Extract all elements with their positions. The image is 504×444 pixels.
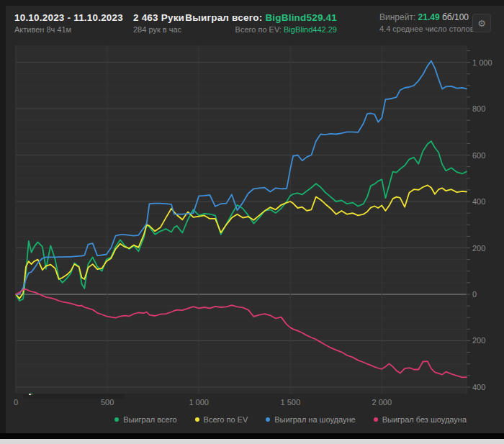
hand2note-graph-window: 10.10.2023 - 11.10.2023 Активен 8ч 41м 2… <box>0 0 504 444</box>
window-bottom-edge <box>0 439 504 444</box>
legend-dot-icon <box>195 417 199 422</box>
legend-label: Выиграл всего <box>123 415 176 424</box>
x-tick-label: 1 000 <box>189 398 209 407</box>
legend-label: Выиграл на шоудауне <box>274 415 355 424</box>
legend-dot-icon <box>114 417 119 422</box>
y-tick-label: 400 <box>472 197 485 206</box>
legend-label: Выиграл без шоудауна <box>382 415 467 424</box>
plot-area[interactable] <box>16 45 467 394</box>
legend-item-4[interactable]: Выиграл без шоудауна <box>374 415 467 424</box>
x-tick-label: 1 500 <box>280 398 300 407</box>
legend-dot-icon <box>266 417 270 422</box>
y-tick-label: 400 <box>472 383 485 391</box>
x-tick-label: 0 <box>14 398 18 407</box>
x-tick-label: 2 000 <box>372 398 392 407</box>
y-tick-label: 0 <box>472 290 477 299</box>
legend-label: Всего по EV <box>204 415 248 424</box>
y-tick-label: 200 <box>472 244 485 253</box>
legend-dot-icon <box>374 417 378 422</box>
chart-legend: Выиграл всегоВсего по EVВыиграл на шоуда… <box>114 415 467 424</box>
legend-item-2[interactable]: Всего по EV <box>195 415 248 424</box>
x-tick-label: 500 <box>101 398 114 407</box>
y-tick-label: 200 <box>472 336 485 345</box>
legend-item-1[interactable]: Выиграл всего <box>114 415 176 424</box>
y-tick-label: 800 <box>472 104 485 113</box>
y-tick-label: 1 000 <box>472 58 492 67</box>
window-bottom-border <box>0 433 504 439</box>
winnings-chart[interactable] <box>0 0 504 444</box>
legend-item-3[interactable]: Выиграл на шоудауне <box>266 415 355 424</box>
y-tick-label: 600 <box>472 151 485 160</box>
